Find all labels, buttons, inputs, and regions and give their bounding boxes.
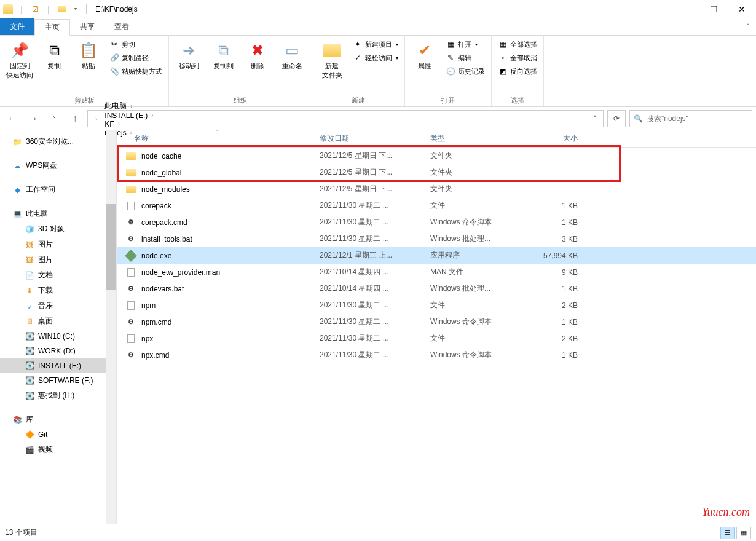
paste-button[interactable]: 📋粘贴	[73, 38, 104, 73]
tab-home[interactable]: 主页	[34, 19, 70, 36]
folder-small-icon	[57, 4, 68, 15]
newfolder-button[interactable]: 新建 文件夹	[316, 38, 348, 82]
newitem-button[interactable]: ✦新建项目▾	[350, 38, 401, 50]
properties-button[interactable]: ✔属性	[409, 38, 441, 73]
group-label: 新建	[316, 95, 401, 105]
col-type[interactable]: 类型	[430, 133, 529, 144]
tree-label: WPS网盘	[26, 160, 57, 171]
folder-icon	[125, 167, 136, 178]
file-date: 2021/11/30 星期二 ...	[320, 234, 430, 244]
group-clipboard: 📌固定到 快速访问 ⧉复制 📋粘贴 ✂剪切 🔗复制路径 📎粘贴快捷方式 剪贴板	[0, 36, 169, 106]
tree-item[interactable]: 🖼图片	[0, 252, 116, 267]
crumb-root[interactable]: ›	[93, 116, 100, 122]
file-date: 2021/12/5 星期日 下...	[320, 184, 430, 194]
tab-view[interactable]: 查看	[104, 18, 139, 35]
tree-item[interactable]: 💽INSTALL (E:)	[0, 358, 116, 373]
pasteshortcut-button[interactable]: 📎粘贴快捷方式	[107, 65, 165, 77]
address-bar[interactable]: › 此电脑›INSTALL (E:)›KF›nodejs› ˅	[87, 110, 604, 127]
moveto-button[interactable]: ➜移动到	[173, 38, 205, 73]
file-size: 1 KB	[529, 202, 590, 210]
tree-item[interactable]: 📁360安全浏览...	[0, 134, 116, 149]
copyto-button[interactable]: ⧉复制到	[207, 38, 239, 73]
tree-item[interactable]: 📚库	[0, 412, 116, 427]
file-row[interactable]: node_cache2021/12/5 星期日 下...文件夹	[117, 148, 756, 164]
breadcrumb-item[interactable]: 此电脑›	[102, 101, 156, 111]
pin-button[interactable]: 📌固定到 快速访问	[4, 38, 36, 82]
up-button[interactable]: ↑	[66, 110, 84, 127]
collapse-ribbon-button[interactable]: ˅	[740, 23, 756, 31]
file-row[interactable]: ⚙corepack.cmd2021/11/30 星期二 ...Windows 命…	[117, 214, 756, 231]
refresh-button[interactable]: ⟳	[607, 110, 626, 127]
edit-button[interactable]: ✎编辑	[443, 52, 487, 64]
breadcrumb-item[interactable]: INSTALL (E:)›	[102, 111, 156, 120]
minimize-button[interactable]: —	[671, 0, 699, 18]
scrollbar[interactable]	[106, 130, 116, 524]
tree-item[interactable]: 💽SOFTWARE (F:)	[0, 373, 116, 388]
tree-item[interactable]: 🎬视频	[0, 442, 116, 457]
maximize-button[interactable]: ☐	[699, 0, 728, 18]
col-size[interactable]: 大小	[529, 133, 590, 144]
col-date[interactable]: 修改日期	[320, 133, 430, 144]
cmd-icon: ⚙	[125, 283, 136, 294]
tree-item[interactable]: 🔶Git	[0, 427, 116, 442]
file-row[interactable]: node.exe2021/12/1 星期三 上...应用程序57,994 KB	[117, 247, 756, 264]
tree-item[interactable]: ◆工作空间	[0, 182, 116, 197]
forward-button[interactable]: →	[25, 110, 42, 127]
checkbox-icon[interactable]: ☑	[30, 4, 41, 15]
tree-label: 图片	[38, 239, 53, 250]
details-view-button[interactable]: ☰	[720, 527, 735, 539]
main-area: 📁360安全浏览...☁WPS网盘◆工作空间💻此电脑🧊3D 对象🖼图片🖼图片📄文…	[0, 130, 756, 524]
selectnone-button[interactable]: ▫全部取消	[495, 52, 540, 64]
search-input[interactable]: 🔍 搜索"nodejs"	[629, 110, 752, 127]
tree-item[interactable]: 📄文档	[0, 267, 116, 283]
tree-item[interactable]: ♪音乐	[0, 298, 116, 314]
tree-item[interactable]: 💻此电脑	[0, 206, 116, 221]
file-name: npm	[141, 301, 320, 310]
tab-file[interactable]: 文件	[0, 18, 34, 35]
file-row[interactable]: ⚙nodevars.bat2021/10/14 星期四 ...Windows 批…	[117, 280, 756, 297]
tab-share[interactable]: 共享	[70, 18, 104, 35]
back-button[interactable]: ←	[4, 110, 21, 127]
file-row[interactable]: ⚙install_tools.bat2021/11/30 星期二 ...Wind…	[117, 231, 756, 247]
tree-item[interactable]: 💽惠找到 (H:)	[0, 388, 116, 403]
file-row[interactable]: ⚙npx.cmd2021/11/30 星期二 ...Windows 命令脚本1 …	[117, 347, 756, 363]
file-row[interactable]: npm2021/11/30 星期二 ...文件2 KB	[117, 297, 756, 314]
file-row[interactable]: npx2021/11/30 星期二 ...文件2 KB	[117, 330, 756, 347]
recent-dropdown[interactable]: ˅	[45, 110, 63, 127]
scrollbar-thumb[interactable]	[106, 204, 116, 290]
delete-button[interactable]: ✖删除	[242, 38, 274, 73]
file-row[interactable]: node_etw_provider.man2021/10/14 星期四 ...M…	[117, 264, 756, 280]
close-button[interactable]: ✕	[728, 0, 756, 18]
history-button[interactable]: 🕘历史记录	[443, 65, 487, 77]
copy-button[interactable]: ⧉复制	[38, 38, 70, 73]
file-row[interactable]: ⚙npm.cmd2021/11/30 星期二 ...Windows 命令脚本1 …	[117, 314, 756, 330]
tree-item[interactable]: 🖼图片	[0, 237, 116, 252]
tree-item[interactable]: 🖥桌面	[0, 314, 116, 329]
tree-item[interactable]: 🧊3D 对象	[0, 221, 116, 237]
thumbnails-view-button[interactable]: ▦	[736, 527, 751, 539]
tree-item[interactable]: ☁WPS网盘	[0, 158, 116, 173]
selectall-button[interactable]: ▦全部选择	[495, 38, 540, 50]
group-label: 打开	[409, 95, 487, 105]
pin-icon: 📌	[10, 41, 30, 60]
file-date: 2021/11/30 星期二 ...	[320, 217, 430, 227]
col-name[interactable]: 名称	[117, 133, 320, 144]
newitem-icon: ✦	[353, 39, 363, 49]
tree-item[interactable]: 💽WIN10 (C:)	[0, 329, 116, 344]
rename-button[interactable]: ▭重命名	[276, 38, 308, 73]
tree-item[interactable]: 💽WORK (D:)	[0, 344, 116, 358]
qat-dropdown[interactable]: ▾	[70, 4, 81, 15]
copypath-button[interactable]: 🔗复制路径	[107, 52, 165, 64]
file-row[interactable]: node_modules2021/12/5 星期日 下...文件夹	[117, 181, 756, 197]
open-button[interactable]: ▦打开▾	[443, 38, 487, 50]
tree-item[interactable]: ⬇下载	[0, 283, 116, 298]
cut-button[interactable]: ✂剪切	[107, 38, 165, 50]
selectinvert-button[interactable]: ◩反向选择	[495, 65, 540, 77]
easyaccess-button[interactable]: ✓轻松访问▾	[350, 52, 401, 64]
quick-access-toolbar: | ☑ | ▾	[0, 4, 92, 15]
breadcrumb-item[interactable]: KF›	[102, 120, 156, 128]
address-dropdown[interactable]: ˅	[589, 114, 600, 123]
file-date: 2021/12/5 星期日 下...	[320, 151, 430, 161]
file-row[interactable]: node_global2021/12/5 星期日 下...文件夹	[117, 164, 756, 181]
file-row[interactable]: corepack2021/11/30 星期二 ...文件1 KB	[117, 197, 756, 214]
